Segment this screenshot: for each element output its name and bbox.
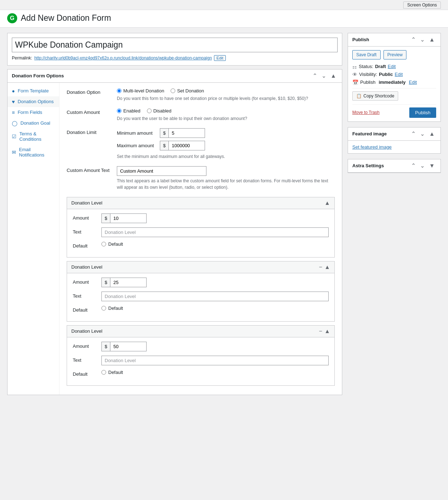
astra-toggle-button[interactable]: ▼ [428,162,436,169]
disabled-option[interactable]: Disabled [147,108,172,114]
dl-3-default-radio-label[interactable]: Default [101,370,123,375]
set-donation-radio[interactable] [171,88,175,93]
preview-button[interactable]: Preview [383,50,407,59]
featured-image-box: Featured image ⌃ ⌄ ▲ Set featured image [348,127,441,154]
dl-1-default-radio-label[interactable]: Default [101,241,123,247]
sidebar-item-email-notifications[interactable]: ✉ Email Notifications [8,144,59,160]
dl-1-default-radio[interactable] [101,242,106,246]
publish-time-row: 📅 Publish immediately Edit [352,80,436,85]
dl-2-default-text: Default [108,306,123,311]
astra-collapse-down-button[interactable]: ⌄ [419,162,426,169]
save-draft-button[interactable]: Save Draft [352,50,381,59]
dl-2-amount-row: Amount $ [73,278,329,287]
multi-level-option[interactable]: Multi-level Donation [117,88,164,93]
main-container: Permalink: http://charity.urld0b9acl-xmz… [0,28,448,406]
set-donation-option[interactable]: Set Donation [171,88,204,93]
dl-2-default-radio[interactable] [101,306,106,311]
astra-settings-header: Astra Settings ⌃ ⌄ ▼ [348,159,440,173]
custom-amount-row: Custom Amount Enabled Disabled [67,108,335,122]
set-featured-image-link[interactable]: Set featured image [352,144,392,150]
status-value: Draft [375,64,386,69]
page-title: Add New Donation Form [21,13,111,24]
custom-amount-text-input[interactable] [117,166,206,176]
dl-1-expand-button[interactable]: ▲ [324,200,330,206]
multi-level-radio[interactable] [117,88,121,93]
screen-options-button[interactable]: Screen Options [403,1,441,9]
publish-toggle-button[interactable]: ▲ [428,36,436,43]
disabled-label: Disabled [153,108,172,114]
dl-2-default-label: Default [73,306,101,313]
wp-logo: G [7,13,17,23]
permalink-edit-button[interactable]: Edit [214,55,226,61]
publish-divider [352,88,436,88]
dl-1-text-input[interactable] [101,227,329,237]
enabled-radio[interactable] [117,109,121,113]
publish-collapse-down-button[interactable]: ⌄ [419,36,426,43]
minimum-dollar-sign: $ [160,129,169,138]
sidebar-item-label-form-template: Form Template [18,88,48,93]
dl-2-remove-button[interactable]: − [319,264,322,270]
visibility-edit-link[interactable]: Edit [395,72,402,77]
dl-3-remove-button[interactable]: − [319,328,322,334]
copy-shortcode-button[interactable]: 📋 Copy Shortcode [352,91,398,101]
sidebar-item-form-template[interactable]: ● Form Template [8,86,59,96]
form-title-input[interactable] [12,38,338,52]
sidebar-item-terms-conditions[interactable]: ☑ Terms & Conditions [8,129,59,144]
publish-button[interactable]: Publish [409,107,436,118]
meta-box-controls: ⌃ ⌄ ▲ [311,72,338,80]
status-row: ⚏ Status: Draft Edit [352,64,436,69]
dl-2-text-input[interactable] [101,292,329,301]
meta-collapse-up-button[interactable]: ⌃ [311,72,319,80]
publish-footer: Move to Trash Publish [352,104,436,118]
featured-collapse-down-button[interactable]: ⌄ [419,130,426,138]
featured-collapse-up-button[interactable]: ⌃ [410,130,417,138]
enabled-label: Enabled [123,108,140,114]
maximum-amount-input[interactable] [169,141,205,150]
enabled-option[interactable]: Enabled [117,108,140,114]
sidebar-item-label-form-fields: Form Fields [18,110,42,115]
minimum-amount-row: Minimum amount $ [117,128,335,138]
custom-amount-radio-group: Enabled Disabled [117,108,335,114]
publish-collapse-up-button[interactable]: ⌃ [410,36,417,43]
dl-3-default-radio[interactable] [101,370,106,375]
maximum-amount-wrap: $ [160,141,205,150]
meta-collapse-down-button[interactable]: ⌄ [320,72,328,80]
dl-2-amount-input[interactable] [110,278,146,287]
dl-1-text-label: Text [73,227,101,235]
publish-time-edit-link[interactable]: Edit [409,80,417,85]
move-to-trash-link[interactable]: Move to Trash [352,110,380,115]
dl-3-amount-input[interactable] [110,342,146,351]
dl-2-default-radio-label[interactable]: Default [101,306,123,311]
dl-2-controls: − ▲ [319,264,330,270]
dl-2-expand-button[interactable]: ▲ [324,264,330,270]
featured-image-body: Set featured image [348,141,440,153]
dl-3-text-input[interactable] [101,356,329,365]
featured-toggle-button[interactable]: ▲ [428,130,436,138]
permalink-link[interactable]: http://charity.urld0b9acl-xmz4qd97x62o.p… [34,56,212,61]
donation-limit-hint: Set the minimum and maximum amount for a… [117,153,335,160]
dl-2-header: Donation Level − ▲ [67,261,334,273]
maximum-dollar-sign: $ [160,141,169,150]
dl-1-amount-wrap: $ [101,213,147,223]
sidebar-item-donation-goal[interactable]: ◯ Donation Goal [8,118,59,129]
donation-limit-content: Minimum amount $ Maximum amount $ [117,128,335,160]
status-edit-link[interactable]: Edit [388,64,396,69]
dl-3-body: Amount $ Text Defaul [67,337,334,385]
featured-image-header: Featured image ⌃ ⌄ ▲ [348,128,440,141]
dl-2-default-row: Default Default [73,306,329,313]
sidebar-item-donation-options[interactable]: ♥ Donation Options [8,96,59,107]
donation-limit-row: Donation Limit Minimum amount $ Maximum [67,128,335,160]
publish-button-row: Save Draft Preview [352,50,436,59]
donation-options-icon: ♥ [12,99,15,105]
dl-2-text-row: Text [73,292,329,301]
publish-controls: ⌃ ⌄ ▲ [410,36,436,43]
dl-1-amount-input[interactable] [110,214,146,223]
minimum-amount-wrap: $ [160,128,205,138]
minimum-amount-input[interactable] [169,129,205,138]
disabled-radio[interactable] [147,109,152,113]
dl-3-title: Donation Level [71,328,103,334]
astra-collapse-up-button[interactable]: ⌃ [410,162,417,169]
sidebar-item-form-fields[interactable]: ≡ Form Fields [8,107,59,118]
dl-3-expand-button[interactable]: ▲ [324,328,330,334]
meta-toggle-button[interactable]: ▲ [329,72,338,80]
